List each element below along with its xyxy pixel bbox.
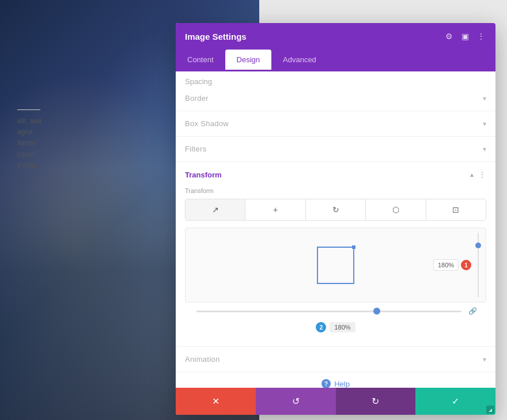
left-text-4: squat. [17,149,52,160]
transform-title: Transform [185,171,222,179]
left-text-3: itation [17,138,52,149]
transform-header: Transform ▴ ⋮ [176,162,495,187]
preview-scaled-box [317,247,354,284]
scale-value-badge-1: 1 [433,259,471,271]
separator-line [17,109,40,110]
tab-design[interactable]: Design [225,50,271,71]
left-text: elit, sed [17,116,52,127]
transform-toolbar: ↗ + ↻ ⬡ ⊡ [185,199,486,221]
filters-section[interactable]: Filters ▾ [176,137,495,162]
transform-tool-skew[interactable]: ⬡ [366,199,426,220]
scale-y-value: 180% [330,322,355,332]
border-chevron-icon: ▾ [483,94,486,103]
box-shadow-label: Box Shadow [185,119,229,128]
vertical-slider-thumb[interactable] [475,243,481,248]
transform-tool-rotate[interactable]: ↻ [306,199,366,220]
transform-header-controls: ▴ ⋮ [470,170,486,179]
origin-icon: ⊡ [452,205,459,214]
filters-label: Filters [185,145,207,153]
horizontal-slider-row: 🔗 [185,302,486,320]
horizontal-slider-track[interactable] [196,311,461,312]
left-text-block: elit, sed agna itation squat. it esse [17,104,52,171]
left-text-5: it esse [17,160,52,171]
help-label: Help [334,380,350,388]
badge2-row: 2 180% [185,320,486,337]
badge-1: 1 [461,260,471,270]
layout-icon[interactable]: ▣ [460,31,470,41]
transform-more-icon[interactable]: ⋮ [478,170,486,179]
save-button[interactable]: ✓ [415,388,495,415]
image-settings-panel: Image Settings ⚙ ▣ ⋮ Content Design Adva… [176,23,495,415]
panel-body: Spacing Border ▾ Box Shadow ▾ Filters ▾ … [176,71,495,388]
box-shadow-chevron-icon: ▾ [483,120,486,128]
tab-content[interactable]: Content [176,50,225,71]
animation-section[interactable]: Animation ▾ [176,347,495,372]
animation-chevron-icon: ▾ [483,355,486,364]
transform-tool-label: Transform [185,187,486,194]
transform-section: Transform ▴ ⋮ Transform ↗ + ↻ [176,162,495,347]
transform-preview: 1 [185,228,486,302]
vertical-slider[interactable] [478,233,479,297]
settings-icon[interactable]: ⚙ [444,31,454,41]
undo-button[interactable]: ↺ [256,388,336,415]
translate-icon: + [273,205,278,214]
badge-2: 2 [316,322,326,332]
panel-title: Image Settings [185,32,247,41]
help-row[interactable]: ? Help [176,372,495,388]
filters-chevron-icon: ▾ [483,145,486,153]
vertical-slider-track [478,233,479,297]
border-label: Border [185,94,209,103]
transform-chevron-icon[interactable]: ▴ [470,171,474,179]
panel-tabs: Content Design Advanced [176,50,495,71]
scale-x-input[interactable] [433,259,459,271]
horizontal-slider-thumb[interactable] [373,308,380,315]
tab-advanced[interactable]: Advanced [271,50,328,71]
rotate-icon: ↻ [332,205,339,214]
spacing-label: Spacing [185,77,212,86]
scale-icon: ↗ [212,205,219,214]
left-text-2: agna [17,127,52,138]
transform-tool-scale[interactable]: ↗ [186,199,245,220]
header-icons: ⚙ ▣ ⋮ [444,31,486,41]
skew-icon: ⬡ [392,205,399,214]
resize-handle[interactable]: ◢ [486,406,494,414]
transform-tool-origin[interactable]: ⊡ [426,199,486,220]
cancel-button[interactable]: ✕ [176,388,256,415]
more-options-icon[interactable]: ⋮ [476,31,486,41]
spacing-section[interactable]: Spacing [176,71,495,86]
transform-tool-translate[interactable]: + [245,199,305,220]
panel-footer: ✕ ↺ ↻ ✓ [176,388,495,415]
lock-icon[interactable]: 🔗 [468,307,477,315]
animation-label: Animation [185,355,220,364]
border-section[interactable]: Border ▾ [176,86,495,111]
help-icon: ? [321,379,331,388]
panel-header: Image Settings ⚙ ▣ ⋮ [176,23,495,50]
transform-body: Transform ↗ + ↻ ⬡ ⊡ [176,187,495,346]
box-shadow-section[interactable]: Box Shadow ▾ [176,111,495,137]
redo-button[interactable]: ↻ [336,388,416,415]
